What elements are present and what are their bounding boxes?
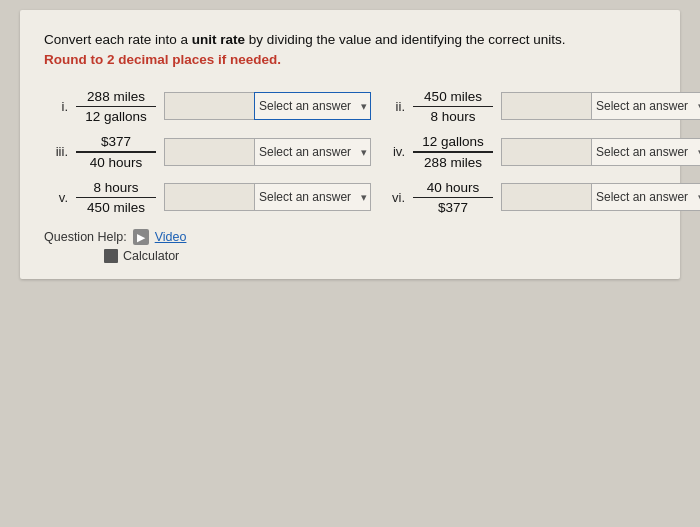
question-help-row: Question Help: ▶ Video — [44, 229, 656, 245]
text-input-3[interactable] — [164, 138, 254, 166]
numerator-6: 40 hours — [427, 180, 480, 196]
numerator-1: 288 miles — [87, 89, 145, 105]
answer-box-3: Select an answermiles/gallongallons/mile… — [164, 138, 371, 166]
select-dropdown-4[interactable]: Select an answermiles/gallongallons/mile… — [591, 138, 700, 166]
select-wrapper-3: Select an answermiles/gallongallons/mile… — [254, 138, 371, 166]
select-wrapper-2: Select an answermiles/gallongallons/mile… — [591, 92, 700, 120]
text-input-4[interactable] — [501, 138, 591, 166]
denominator-6: $377 — [438, 199, 468, 215]
denominator-2: 8 hours — [430, 108, 475, 124]
denominator-3: 40 hours — [90, 154, 143, 170]
fraction-1: 288 miles12 gallons — [76, 89, 156, 125]
numerator-5: 8 hours — [93, 180, 138, 196]
problem-row-3: iii.$37740 hoursSelect an answermiles/ga… — [44, 134, 371, 170]
fraction-bar-2 — [413, 106, 493, 108]
fraction-2: 450 miles8 hours — [413, 89, 493, 125]
instruction-text-rest: by dividing the value and identifying th… — [245, 32, 565, 47]
answer-box-5: Select an answermiles/gallongallons/mile… — [164, 183, 371, 211]
fraction-bar-1 — [76, 106, 156, 108]
select-wrapper-1: Select an answermiles/gallongallons/mile… — [254, 92, 371, 120]
select-dropdown-2[interactable]: Select an answermiles/gallongallons/mile… — [591, 92, 700, 120]
problem-label-3: iii. — [44, 144, 68, 159]
fraction-bar-6 — [413, 197, 493, 199]
problem-row-2: ii.450 miles8 hoursSelect an answermiles… — [381, 89, 700, 125]
video-link[interactable]: Video — [155, 230, 187, 244]
text-input-2[interactable] — [501, 92, 591, 120]
denominator-4: 288 miles — [424, 154, 482, 170]
instructions: Convert each rate into a unit rate by di… — [44, 30, 656, 71]
video-icon: ▶ — [133, 229, 149, 245]
answer-box-1: Select an answermiles/gallongallons/mile… — [164, 92, 371, 120]
select-dropdown-1[interactable]: Select an answermiles/gallongallons/mile… — [254, 92, 371, 120]
instruction-bold: unit rate — [192, 32, 245, 47]
calculator-label: Calculator — [123, 249, 179, 263]
answer-box-4: Select an answermiles/gallongallons/mile… — [501, 138, 700, 166]
problem-label-5: v. — [44, 190, 68, 205]
instruction-text-plain: Convert each rate into a — [44, 32, 192, 47]
problem-row-5: v.8 hours450 milesSelect an answermiles/… — [44, 180, 371, 216]
fraction-5: 8 hours450 miles — [76, 180, 156, 216]
text-input-1[interactable] — [164, 92, 254, 120]
calculator-icon — [104, 249, 118, 263]
fraction-3: $37740 hours — [76, 134, 156, 170]
instruction-red: Round to 2 decimal places if needed. — [44, 52, 281, 67]
problem-label-1: i. — [44, 99, 68, 114]
problems-grid: i.288 miles12 gallonsSelect an answermil… — [44, 89, 656, 216]
question-help-label: Question Help: — [44, 230, 127, 244]
select-dropdown-3[interactable]: Select an answermiles/gallongallons/mile… — [254, 138, 371, 166]
select-wrapper-4: Select an answermiles/gallongallons/mile… — [591, 138, 700, 166]
fraction-bar-4 — [413, 151, 493, 153]
fraction-4: 12 gallons288 miles — [413, 134, 493, 170]
main-card: Convert each rate into a unit rate by di… — [20, 10, 680, 279]
fraction-bar-3 — [76, 151, 156, 153]
problem-row-4: iv.12 gallons288 milesSelect an answermi… — [381, 134, 700, 170]
problem-label-4: iv. — [381, 144, 405, 159]
problem-row-6: vi.40 hours$377Select an answermiles/gal… — [381, 180, 700, 216]
answer-box-2: Select an answermiles/gallongallons/mile… — [501, 92, 700, 120]
numerator-4: 12 gallons — [422, 134, 484, 150]
select-wrapper-6: Select an answermiles/gallongallons/mile… — [591, 183, 700, 211]
denominator-5: 450 miles — [87, 199, 145, 215]
text-input-5[interactable] — [164, 183, 254, 211]
select-wrapper-5: Select an answermiles/gallongallons/mile… — [254, 183, 371, 211]
denominator-1: 12 gallons — [85, 108, 147, 124]
problem-label-6: vi. — [381, 190, 405, 205]
problem-row-1: i.288 miles12 gallonsSelect an answermil… — [44, 89, 371, 125]
answer-box-6: Select an answermiles/gallongallons/mile… — [501, 183, 700, 211]
select-dropdown-6[interactable]: Select an answermiles/gallongallons/mile… — [591, 183, 700, 211]
select-dropdown-5[interactable]: Select an answermiles/gallongallons/mile… — [254, 183, 371, 211]
numerator-3: $377 — [101, 134, 131, 150]
fraction-6: 40 hours$377 — [413, 180, 493, 216]
numerator-2: 450 miles — [424, 89, 482, 105]
fraction-bar-5 — [76, 197, 156, 199]
problem-label-2: ii. — [381, 99, 405, 114]
calculator-row: Calculator — [104, 249, 656, 263]
text-input-6[interactable] — [501, 183, 591, 211]
